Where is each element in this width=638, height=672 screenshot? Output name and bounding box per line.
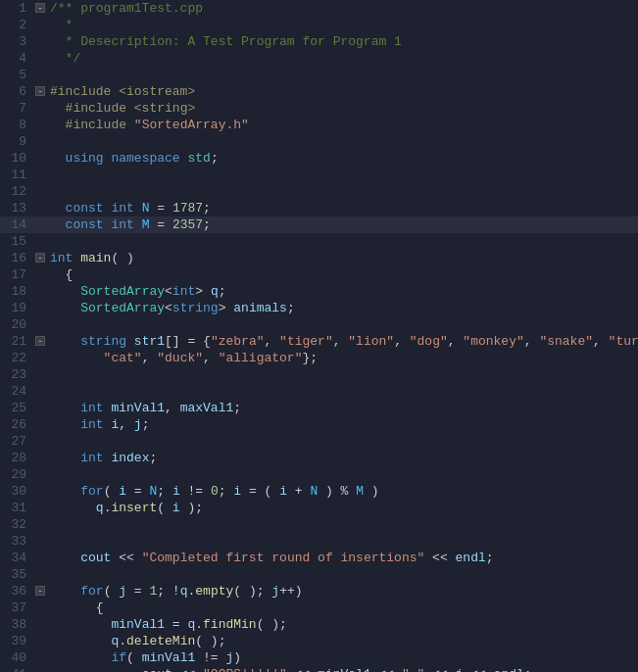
fold-14: [34, 216, 48, 233]
line-content-21: string str1[] = {"zebra", "tiger", "lion…: [48, 333, 638, 350]
line-num-19: 19: [0, 300, 34, 316]
line-num-27: 27: [0, 433, 34, 450]
line-num-20: 20: [0, 316, 34, 333]
code-lines: 1 - /** program1Test.cpp 2 * 3 * Desecri…: [0, 0, 638, 672]
line-24: 24: [0, 383, 638, 400]
line-num-15: 15: [0, 233, 34, 250]
fold-1[interactable]: -: [34, 0, 48, 17]
line-content-6: #include <iostream>: [48, 83, 638, 100]
fold-16[interactable]: -: [34, 250, 48, 266]
fold-27: [34, 433, 48, 450]
line-num-40: 40: [0, 649, 34, 666]
line-content-30: for( i = N; i != 0; i = ( i + N ) % M ): [48, 483, 638, 500]
line-content-10: using namespace std;: [48, 150, 638, 167]
line-27: 27: [0, 433, 638, 450]
line-num-9: 9: [0, 133, 34, 150]
fold-5: [34, 67, 48, 83]
line-17: 17 {: [0, 266, 638, 283]
fold-30: [34, 483, 48, 500]
line-num-10: 10: [0, 150, 34, 167]
line-content-18: SortedArray<int> q;: [48, 283, 638, 300]
fold-12: [34, 183, 48, 200]
line-num-29: 29: [0, 466, 34, 483]
line-num-18: 18: [0, 283, 34, 300]
fold-19: [34, 300, 48, 316]
line-35: 35: [0, 566, 638, 583]
line-20: 20: [0, 316, 638, 333]
line-content-7: #include <string>: [48, 100, 638, 117]
fold-33: [34, 533, 48, 550]
line-25: 25 int minVal1, maxVal1;: [0, 400, 638, 416]
line-content-38: minVal1 = q.findMin( );: [48, 616, 638, 633]
fold-36[interactable]: -: [34, 583, 48, 600]
line-num-32: 32: [0, 516, 34, 533]
line-num-35: 35: [0, 566, 34, 583]
line-23: 23: [0, 366, 638, 383]
line-4: 4 */: [0, 50, 638, 67]
line-32: 32: [0, 516, 638, 533]
line-11: 11: [0, 167, 638, 183]
line-num-7: 7: [0, 100, 34, 117]
line-content-31: q.insert( i );: [48, 500, 638, 516]
line-content-3: * Desecription: A Test Program for Progr…: [48, 33, 638, 50]
line-content-25: int minVal1, maxVal1;: [48, 400, 638, 416]
line-2: 2 *: [0, 17, 638, 33]
fold-17: [34, 266, 48, 283]
line-content-34: cout << "Completed first round of insert…: [48, 550, 638, 566]
line-num-2: 2: [0, 17, 34, 33]
line-18: 18 SortedArray<int> q;: [0, 283, 638, 300]
fold-23: [34, 366, 48, 383]
line-41: 41 cout << "OOPS!!!!!" << minVal1 << " "…: [0, 666, 638, 672]
line-content-37: {: [48, 600, 638, 616]
line-content-41: cout << "OOPS!!!!!" << minVal1 << " " <<…: [48, 666, 638, 672]
line-num-39: 39: [0, 633, 34, 649]
fold-41: [34, 666, 48, 672]
fold-6[interactable]: -: [34, 83, 48, 100]
fold-24: [34, 383, 48, 400]
line-21: 21 - string str1[] = {"zebra", "tiger", …: [0, 333, 638, 350]
fold-37: [34, 600, 48, 616]
fold-11: [34, 167, 48, 183]
fold-9: [34, 133, 48, 150]
fold-10: [34, 150, 48, 167]
line-num-3: 3: [0, 33, 34, 50]
fold-13: [34, 200, 48, 216]
line-26: 26 int i, j;: [0, 416, 638, 433]
line-28: 28 int index;: [0, 450, 638, 466]
line-15: 15: [0, 233, 638, 250]
line-num-23: 23: [0, 366, 34, 383]
line-8: 8 #include "SortedArray.h": [0, 117, 638, 133]
line-13: 13 const int N = 1787;: [0, 200, 638, 216]
line-33: 33: [0, 533, 638, 550]
line-num-4: 4: [0, 50, 34, 67]
line-content-17: {: [48, 266, 638, 283]
fold-40: [34, 649, 48, 666]
fold-21[interactable]: -: [34, 333, 48, 350]
line-31: 31 q.insert( i );: [0, 500, 638, 516]
fold-22: [34, 350, 48, 366]
line-num-12: 12: [0, 183, 34, 200]
line-22: 22 "cat", "duck", "alligator"};: [0, 350, 638, 366]
line-content-19: SortedArray<string> animals;: [48, 300, 638, 316]
line-19: 19 SortedArray<string> animals;: [0, 300, 638, 316]
line-num-6: 6: [0, 83, 34, 100]
fold-32: [34, 516, 48, 533]
fold-38: [34, 616, 48, 633]
fold-18: [34, 283, 48, 300]
line-num-34: 34: [0, 550, 34, 566]
line-9: 9: [0, 133, 638, 150]
fold-25: [34, 400, 48, 416]
line-7: 7 #include <string>: [0, 100, 638, 117]
line-34: 34 cout << "Completed first round of ins…: [0, 550, 638, 566]
line-6: 6 - #include <iostream>: [0, 83, 638, 100]
line-num-5: 5: [0, 67, 34, 83]
line-36: 36 - for( j = 1; !q.empty( ); j++): [0, 583, 638, 600]
fold-29: [34, 466, 48, 483]
line-num-13: 13: [0, 200, 34, 216]
line-content-1: /** program1Test.cpp: [48, 0, 638, 17]
fold-34: [34, 550, 48, 566]
line-num-14: 14: [0, 216, 34, 233]
fold-20: [34, 316, 48, 333]
line-num-31: 31: [0, 500, 34, 516]
line-30: 30 for( i = N; i != 0; i = ( i + N ) % M…: [0, 483, 638, 500]
